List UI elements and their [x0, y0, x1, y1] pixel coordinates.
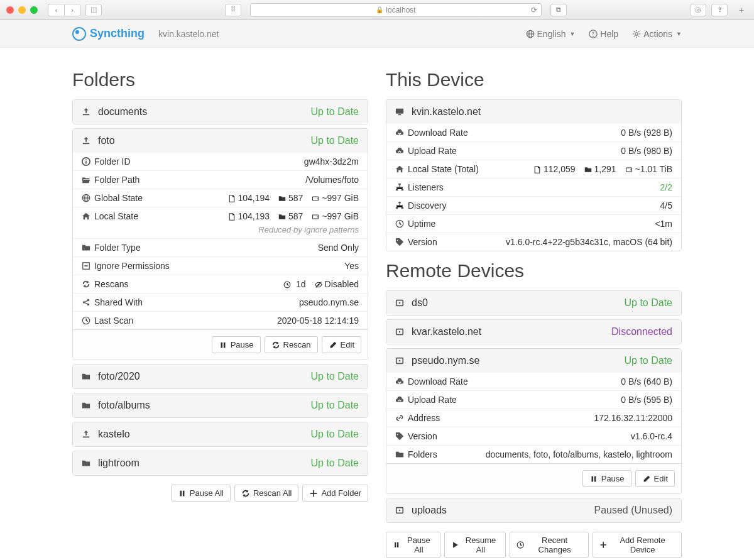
folder-header-fotoalbums[interactable]: foto/albums Up to Date — [73, 393, 368, 417]
row-value: /Volumes/foto — [305, 175, 359, 185]
device-name: kvar.kastelo.net — [412, 326, 481, 338]
share-button[interactable]: ⇪ — [711, 4, 728, 16]
zoom-window-icon[interactable] — [30, 6, 38, 14]
globe-icon — [82, 193, 94, 203]
this-device-heading: This Device — [386, 69, 682, 91]
home-icon — [82, 211, 94, 221]
device-status: Paused (Unused) — [594, 505, 672, 516]
device-status: Up to Date — [625, 297, 672, 309]
pause-folder-button[interactable]: Pause — [212, 336, 261, 353]
folder-status: Up to Date — [311, 135, 359, 146]
remote-device-panel: uploads Paused (Unused) — [386, 498, 682, 523]
remote-device-header-kvar[interactable]: kvar.kastelo.net Disconnected — [386, 320, 681, 344]
tabs-button[interactable]: ⧉ — [550, 4, 567, 16]
row-label: Discovery — [408, 200, 446, 211]
remote-device-panel: kvar.kastelo.net Disconnected — [386, 319, 682, 344]
remote-device-header-uploads[interactable]: uploads Paused (Unused) — [386, 498, 681, 522]
home-icon — [395, 164, 408, 174]
upload-icon — [82, 106, 98, 118]
row-label: Download Rate — [408, 128, 468, 138]
pause-all-folders-button[interactable]: Pause All — [171, 485, 231, 502]
edit-folder-button[interactable]: Edit — [322, 336, 361, 353]
add-folder-button[interactable]: Add Folder — [302, 485, 368, 502]
folder-name: foto/albums — [98, 400, 150, 411]
row-label: Rescans — [94, 279, 128, 289]
device-icon — [395, 297, 412, 309]
rescan-all-button[interactable]: Rescan All — [234, 485, 298, 502]
folder-name: foto — [98, 135, 115, 146]
question-icon — [589, 29, 598, 39]
folder-header-foto2020[interactable]: foto/2020 Up to Date — [73, 365, 368, 388]
row-label: Last Scan — [94, 316, 133, 326]
row-value: 4/5 — [660, 200, 672, 211]
row-value: 0 B/s (595 B) — [621, 395, 672, 405]
row-value: 2020-05-18 12:14:19 — [277, 316, 359, 326]
row-label: Folders — [408, 449, 437, 459]
row-value: 172.16.32.11:22000 — [594, 413, 672, 423]
language-dropdown[interactable]: English ▼ — [526, 29, 576, 39]
window-controls — [6, 6, 38, 14]
brand-logo-icon — [72, 27, 86, 41]
close-window-icon[interactable] — [6, 6, 14, 14]
brand[interactable]: Syncthing — [72, 27, 145, 41]
info-icon — [82, 156, 94, 167]
row-value: <1m — [655, 219, 672, 229]
row-value: 0 B/s (928 B) — [621, 128, 672, 138]
folder-header-foto[interactable]: foto Up to Date — [73, 129, 368, 153]
this-device-header[interactable]: kvin.kastelo.net — [386, 100, 681, 124]
pause-all-devices-button[interactable]: Pause All — [386, 532, 440, 558]
edit-device-button[interactable]: Edit — [635, 470, 675, 487]
minus-square-icon — [82, 261, 94, 271]
pause-device-button[interactable]: Pause — [582, 470, 631, 487]
device-icon — [395, 326, 412, 338]
reader-button[interactable]: ◎ — [690, 4, 706, 16]
folder-icon — [82, 458, 98, 469]
remote-device-header-pseudo[interactable]: pseudo.nym.se Up to Date — [386, 349, 681, 373]
minimize-window-icon[interactable] — [18, 6, 26, 14]
row-value: 104,194 587 ~997 GiB — [228, 193, 359, 203]
folder-header-lightroom[interactable]: lightroom Up to Date — [73, 451, 368, 475]
row-label: Address — [408, 413, 440, 423]
forward-button[interactable]: › — [64, 4, 80, 16]
add-remote-device-button[interactable]: Add Remote Device — [593, 532, 682, 558]
address-text: localhost — [386, 6, 415, 14]
actions-dropdown[interactable]: Actions ▼ — [632, 29, 682, 39]
sitemap-icon — [395, 182, 408, 192]
row-label: Folder Type — [94, 243, 141, 253]
remote-devices-heading: Remote Devices — [386, 260, 682, 282]
cloud-down-icon — [395, 376, 408, 387]
row-value: 0 B/s (640 B) — [621, 376, 672, 387]
device-icon — [395, 355, 412, 366]
rescan-folder-button[interactable]: Rescan — [265, 336, 318, 353]
address-bar[interactable]: 🔒 localhost ⟳ — [250, 3, 542, 17]
remote-device-header-ds0[interactable]: ds0 Up to Date — [386, 291, 681, 315]
sidebar-toggle-button[interactable]: ◫ — [85, 4, 102, 16]
cloud-up-icon — [395, 146, 408, 156]
reload-icon[interactable]: ⟳ — [531, 6, 537, 14]
folder-header-kastelo[interactable]: kastelo Up to Date — [73, 422, 368, 446]
row-label: Local State — [94, 211, 138, 221]
share-icon — [82, 297, 94, 307]
browser-chrome: ‹ › ◫ ⠿ 🔒 localhost ⟳ ⧉ ◎ ⇪ + — [0, 0, 754, 20]
folder-status: Up to Date — [311, 429, 359, 440]
folder-header-documents[interactable]: documents Up to Date — [73, 100, 368, 124]
row-label: Upload Rate — [408, 395, 457, 405]
row-label: Folder ID — [94, 156, 131, 167]
help-link[interactable]: Help — [589, 29, 618, 39]
row-value: Yes — [344, 261, 359, 271]
device-icon — [395, 505, 412, 516]
resume-all-button[interactable]: Resume All — [444, 532, 506, 558]
globe-icon — [526, 29, 535, 39]
new-tab-button[interactable]: + — [735, 4, 748, 16]
sitemap-icon — [395, 200, 408, 211]
folder-panel: kastelo Up to Date — [72, 422, 368, 447]
row-value: 104,193 587 ~997 GiB — [228, 211, 359, 221]
back-button[interactable]: ‹ — [48, 4, 64, 16]
row-label: Version — [408, 431, 437, 441]
folder-icon — [395, 449, 408, 459]
upload-icon — [82, 135, 98, 146]
row-value: 1d Disabled — [283, 279, 359, 289]
row-label: Uptime — [408, 219, 435, 229]
apps-button[interactable]: ⠿ — [225, 4, 241, 16]
recent-changes-button[interactable]: Recent Changes — [510, 532, 589, 558]
